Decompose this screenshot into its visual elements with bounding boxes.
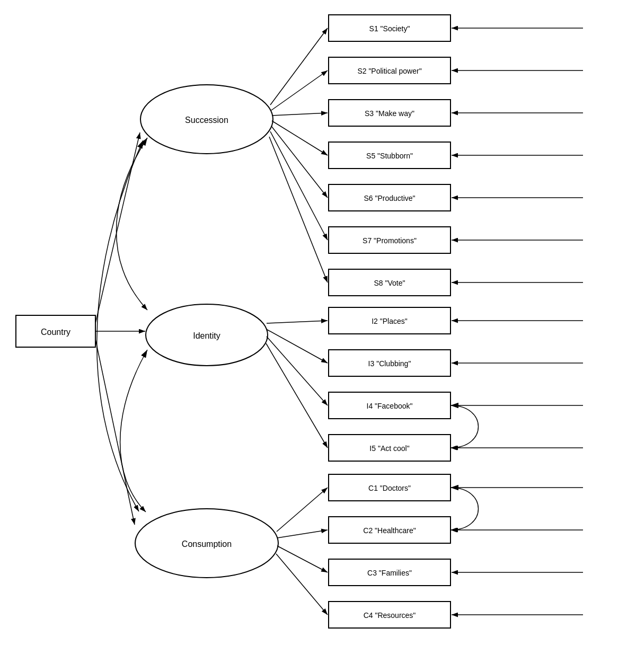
succession-label: Succession: [185, 116, 228, 125]
i4-label: I4 "Facebook": [367, 402, 413, 410]
c4-label: C4 "Resources": [364, 611, 416, 620]
s6-label: S6 "Productive": [364, 194, 415, 202]
country-label: Country: [41, 328, 70, 337]
identity-to-i4: [267, 337, 328, 405]
s3-label: S3 "Make way": [365, 109, 414, 118]
s1-label: S1 "Society": [369, 24, 410, 33]
country-to-succession: [95, 132, 140, 323]
consumption-label: Consumption: [182, 540, 232, 549]
succession-to-s3: [272, 113, 328, 116]
s5-label: S5 "Stubborn": [366, 152, 413, 160]
country-to-consumption: [95, 339, 135, 525]
succession-to-s2: [271, 70, 328, 110]
c3-label: C3 "Families": [367, 569, 412, 577]
c2-label: C2 "Healthcare": [363, 526, 416, 535]
c1-label: C1 "Doctors": [368, 484, 411, 492]
consumption-to-c2: [277, 530, 328, 538]
i2-label: I2 "Places": [372, 317, 408, 325]
identity-to-i2: [267, 321, 328, 323]
identity-label: Identity: [193, 331, 220, 340]
i5-label: I5 "Act cool": [369, 444, 409, 453]
s2-label: S2 "Political power": [357, 67, 421, 75]
consumption-to-c1: [277, 488, 328, 532]
succession-identity-curve: [117, 138, 148, 310]
succession-to-s7: [270, 131, 328, 240]
i4-i5-right-curve: [450, 405, 479, 448]
c1-c2-right-curve: [450, 488, 479, 530]
succession-to-s8: [269, 137, 328, 282]
i3-label: I3 "Clubbing": [368, 359, 411, 368]
identity-consumption-curve: [120, 350, 147, 512]
identity-to-i3: [267, 330, 328, 363]
s7-label: S7 "Promotions": [363, 236, 417, 245]
s8-label: S8 "Vote": [374, 279, 405, 287]
identity-to-i5: [266, 343, 328, 448]
succession-to-s1: [270, 28, 328, 105]
consumption-to-c3: [277, 546, 328, 572]
consumption-to-c4: [276, 554, 328, 615]
